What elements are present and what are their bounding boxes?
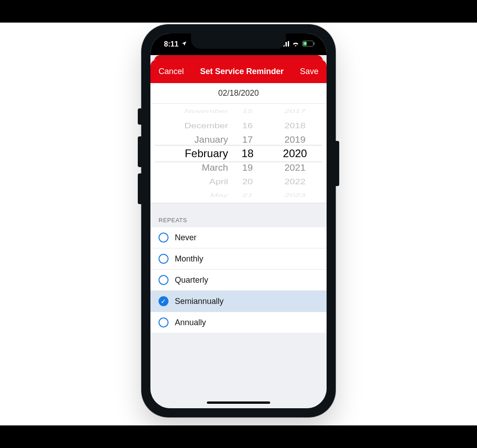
radio-icon [159, 254, 168, 264]
picker-item-selected[interactable]: 18 [232, 146, 263, 160]
svg-rect-2 [285, 42, 287, 47]
nav-bar: Cancel Set Service Reminder Save [150, 60, 327, 83]
volume-down-button [138, 173, 141, 204]
picker-item[interactable]: 15 [232, 108, 263, 115]
cancel-button[interactable]: Cancel [159, 67, 184, 76]
repeat-option-label: Never [175, 233, 196, 243]
picker-item[interactable]: May [150, 192, 228, 199]
picker-item[interactable]: November [150, 108, 228, 115]
location-icon [181, 40, 187, 48]
status-time: 8:11 [164, 40, 178, 48]
day-picker-column[interactable]: 15 16 17 18 19 20 21 [232, 104, 263, 203]
radio-checked-icon: ✓ [159, 296, 168, 306]
repeat-option-monthly[interactable]: Monthly [150, 248, 327, 270]
picker-item[interactable]: 16 [232, 120, 263, 131]
repeat-option-label: Monthly [175, 254, 203, 264]
picker-item[interactable]: 21 [232, 192, 263, 199]
picker-item[interactable]: 19 [232, 160, 263, 174]
picker-item-selected[interactable]: February [150, 146, 228, 160]
volume-up-button [138, 136, 141, 167]
wifi-icon [292, 40, 299, 48]
picker-item[interactable]: 2023 [263, 192, 327, 199]
save-button[interactable]: Save [300, 67, 318, 76]
picker-item[interactable]: 2021 [263, 160, 327, 174]
picker-item[interactable]: December [150, 120, 228, 131]
repeats-list: Never Monthly Quarterly ✓ Semiannually [150, 227, 327, 333]
picker-item-selected[interactable]: 2020 [263, 146, 327, 160]
selected-date-display: 02/18/2020 [150, 83, 327, 104]
mute-switch [138, 108, 141, 125]
battery-icon [302, 40, 315, 48]
home-indicator[interactable] [207, 401, 270, 404]
repeats-section-header: REPEATS [150, 213, 327, 227]
picker-item[interactable]: March [150, 160, 228, 174]
radio-icon [159, 275, 168, 285]
picker-item[interactable]: April [150, 176, 228, 187]
picker-item[interactable]: 20 [232, 176, 263, 187]
svg-rect-5 [314, 42, 315, 45]
radio-icon [159, 233, 168, 243]
repeat-option-label: Semiannually [175, 297, 224, 306]
picker-item[interactable]: 2022 [263, 176, 327, 187]
picker-item[interactable]: January [150, 132, 228, 146]
picker-item[interactable]: 2019 [263, 132, 327, 146]
repeat-option-semiannually[interactable]: ✓ Semiannually [150, 291, 327, 312]
picker-item[interactable]: 2018 [263, 120, 327, 131]
picker-item[interactable]: 2017 [263, 108, 327, 115]
power-button [336, 141, 339, 186]
phone-screen: 8:11 [150, 33, 327, 408]
month-picker-column[interactable]: November December January February March… [150, 104, 232, 203]
nav-title: Set Service Reminder [200, 67, 284, 76]
date-picker[interactable]: November December January February March… [150, 104, 327, 203]
phone-notch [191, 33, 286, 49]
repeat-option-annually[interactable]: Annually [150, 312, 327, 333]
phone-frame: 8:11 [141, 24, 336, 417]
radio-icon [159, 317, 168, 327]
repeat-option-label: Annually [175, 318, 206, 327]
modal-sheet: Cancel Set Service Reminder Save 02/18/2… [150, 60, 327, 408]
repeat-option-never[interactable]: Never [150, 227, 327, 248]
svg-rect-3 [288, 41, 289, 47]
repeat-option-quarterly[interactable]: Quarterly [150, 270, 327, 291]
repeat-option-label: Quarterly [175, 275, 208, 285]
picker-item[interactable]: 17 [232, 132, 263, 146]
year-picker-column[interactable]: 2017 2018 2019 2020 2021 2022 2023 [263, 104, 327, 203]
